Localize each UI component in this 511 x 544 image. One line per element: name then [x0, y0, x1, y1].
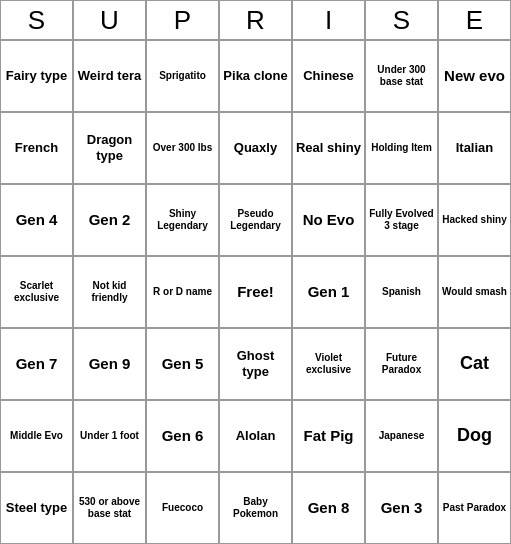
cell-2-4: No Evo [292, 184, 365, 256]
cell-text-2-6: Hacked shiny [441, 214, 508, 226]
header-letter-S: S [0, 0, 73, 40]
header-letter-S: S [365, 0, 438, 40]
cell-text-0-4: Chinese [295, 68, 362, 84]
cell-0-6: New evo [438, 40, 511, 112]
cell-3-1: Not kid friendly [73, 256, 146, 328]
cell-3-5: Spanish [365, 256, 438, 328]
cell-text-3-2: R or D name [149, 286, 216, 298]
cell-0-5: Under 300 base stat [365, 40, 438, 112]
cell-3-6: Would smash [438, 256, 511, 328]
cell-1-2: Over 300 lbs [146, 112, 219, 184]
cell-text-6-5: Gen 3 [368, 499, 435, 517]
cell-3-0: Scarlet exclusive [0, 256, 73, 328]
cell-text-1-6: Italian [441, 140, 508, 156]
cell-text-5-6: Dog [441, 425, 508, 447]
cell-5-5: Japanese [365, 400, 438, 472]
cell-4-0: Gen 7 [0, 328, 73, 400]
cell-6-4: Gen 8 [292, 472, 365, 544]
header-letter-U: U [73, 0, 146, 40]
cell-text-6-4: Gen 8 [295, 499, 362, 517]
cell-1-4: Real shiny [292, 112, 365, 184]
cell-text-1-3: Quaxly [222, 140, 289, 156]
cell-text-1-0: French [3, 140, 70, 156]
cell-text-5-3: Alolan [222, 428, 289, 444]
header-letter-P: P [146, 0, 219, 40]
cell-5-1: Under 1 foot [73, 400, 146, 472]
cell-text-0-3: Pika clone [222, 68, 289, 84]
cell-text-3-0: Scarlet exclusive [3, 280, 70, 304]
header-row: SUPRISE [0, 0, 511, 40]
cell-text-2-3: Pseudo Legendary [222, 208, 289, 232]
cell-text-1-1: Dragon type [76, 132, 143, 163]
cell-3-2: R or D name [146, 256, 219, 328]
cell-0-2: Sprigatito [146, 40, 219, 112]
cell-text-3-5: Spanish [368, 286, 435, 298]
cell-5-0: Middle Evo [0, 400, 73, 472]
cell-4-3: Ghost type [219, 328, 292, 400]
cell-1-6: Italian [438, 112, 511, 184]
cell-6-6: Past Paradox [438, 472, 511, 544]
cell-text-5-1: Under 1 foot [76, 430, 143, 442]
cell-6-2: Fuecoco [146, 472, 219, 544]
cell-6-5: Gen 3 [365, 472, 438, 544]
cell-text-3-4: Gen 1 [295, 283, 362, 301]
cell-text-3-1: Not kid friendly [76, 280, 143, 304]
cell-6-1: 530 or above base stat [73, 472, 146, 544]
cell-1-5: Holding Item [365, 112, 438, 184]
cell-text-0-1: Weird tera [76, 68, 143, 84]
cell-text-2-2: Shiny Legendary [149, 208, 216, 232]
header-letter-I: I [292, 0, 365, 40]
cell-text-4-4: Violet exclusive [295, 352, 362, 376]
cell-text-4-2: Gen 5 [149, 355, 216, 373]
header-letter-E: E [438, 0, 511, 40]
cell-text-6-3: Baby Pokemon [222, 496, 289, 520]
cell-5-4: Fat Pig [292, 400, 365, 472]
cell-2-3: Pseudo Legendary [219, 184, 292, 256]
cell-0-4: Chinese [292, 40, 365, 112]
cell-text-6-2: Fuecoco [149, 502, 216, 514]
cell-6-0: Steel type [0, 472, 73, 544]
cell-text-2-1: Gen 2 [76, 211, 143, 229]
cell-1-3: Quaxly [219, 112, 292, 184]
cell-5-6: Dog [438, 400, 511, 472]
cell-5-2: Gen 6 [146, 400, 219, 472]
cell-1-0: French [0, 112, 73, 184]
cell-6-3: Baby Pokemon [219, 472, 292, 544]
cell-2-5: Fully Evolved 3 stage [365, 184, 438, 256]
cell-1-1: Dragon type [73, 112, 146, 184]
cell-3-4: Gen 1 [292, 256, 365, 328]
cell-text-4-1: Gen 9 [76, 355, 143, 373]
cell-text-2-5: Fully Evolved 3 stage [368, 208, 435, 232]
cell-text-0-5: Under 300 base stat [368, 64, 435, 88]
cell-text-3-3: Free! [222, 283, 289, 301]
cell-text-6-1: 530 or above base stat [76, 496, 143, 520]
cell-text-0-2: Sprigatito [149, 70, 216, 82]
bingo-board: SUPRISE Fairy typeWeird teraSprigatitoPi… [0, 0, 511, 544]
cell-2-0: Gen 4 [0, 184, 73, 256]
cell-text-5-5: Japanese [368, 430, 435, 442]
cell-5-3: Alolan [219, 400, 292, 472]
cell-text-6-0: Steel type [3, 500, 70, 516]
cell-4-2: Gen 5 [146, 328, 219, 400]
cell-4-6: Cat [438, 328, 511, 400]
cell-text-3-6: Would smash [441, 286, 508, 298]
cell-text-1-5: Holding Item [368, 142, 435, 154]
cell-3-3: Free! [219, 256, 292, 328]
cell-4-5: Future Paradox [365, 328, 438, 400]
header-letter-R: R [219, 0, 292, 40]
cell-text-2-4: No Evo [295, 211, 362, 229]
cell-text-5-2: Gen 6 [149, 427, 216, 445]
cell-2-2: Shiny Legendary [146, 184, 219, 256]
cell-4-1: Gen 9 [73, 328, 146, 400]
cell-text-0-0: Fairy type [3, 68, 70, 84]
cell-text-4-3: Ghost type [222, 348, 289, 379]
cell-2-1: Gen 2 [73, 184, 146, 256]
cell-text-4-5: Future Paradox [368, 352, 435, 376]
cell-0-0: Fairy type [0, 40, 73, 112]
cell-2-6: Hacked shiny [438, 184, 511, 256]
cell-text-4-0: Gen 7 [3, 355, 70, 373]
cell-text-2-0: Gen 4 [3, 211, 70, 229]
cell-text-5-0: Middle Evo [3, 430, 70, 442]
cell-4-4: Violet exclusive [292, 328, 365, 400]
cell-0-1: Weird tera [73, 40, 146, 112]
